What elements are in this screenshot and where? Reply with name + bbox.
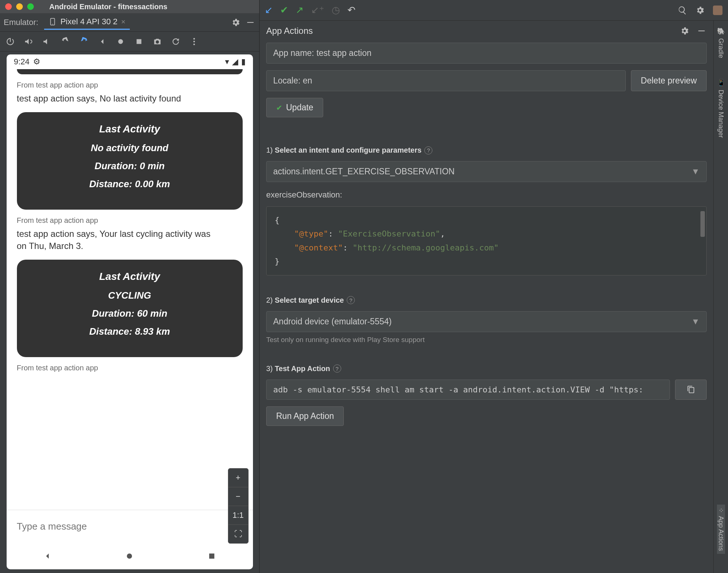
card-title: Last Activity bbox=[26, 123, 234, 135]
help-icon[interactable]: ? bbox=[424, 146, 432, 154]
ide-right-sidebar: 🐘 Gradle 📱 Device Manager ⁘ App Actions bbox=[713, 21, 728, 573]
run-app-action-button[interactable]: Run App Action bbox=[266, 406, 344, 426]
maximize-window-icon[interactable] bbox=[27, 3, 34, 10]
copy-button[interactable] bbox=[675, 380, 707, 400]
svg-point-8 bbox=[127, 554, 132, 559]
card-line: Duration: 0 min bbox=[26, 160, 234, 172]
check-icon[interactable]: ✔ bbox=[280, 4, 288, 16]
json-editor[interactable]: { "@type": "ExerciseObservation", "@cont… bbox=[266, 206, 707, 275]
emulator-controls bbox=[0, 32, 259, 51]
undo-icon[interactable]: ↶ bbox=[347, 4, 356, 16]
zoom-controls: + − 1:1 ⛶ bbox=[228, 468, 249, 544]
avatar-icon[interactable] bbox=[713, 5, 723, 15]
minimize-panel-icon[interactable] bbox=[245, 17, 256, 28]
emulator-tabbar: Emulator: Pixel 4 API 30 2 × bbox=[0, 13, 259, 32]
copy-icon bbox=[687, 385, 695, 394]
close-tab-icon[interactable]: × bbox=[121, 18, 125, 26]
assistant-dots-icon: ⁘ bbox=[717, 508, 725, 513]
nav-home-icon[interactable] bbox=[124, 551, 135, 561]
locale-field[interactable]: Locale: en bbox=[266, 70, 626, 91]
svg-point-7 bbox=[193, 43, 195, 45]
svg-point-6 bbox=[193, 40, 195, 42]
rotate-right-icon[interactable] bbox=[79, 36, 89, 47]
emulator-window: Android Emulator - fitnessactions Emulat… bbox=[0, 0, 260, 573]
rotate-left-icon[interactable] bbox=[60, 36, 71, 47]
card-line: CYCLING bbox=[26, 290, 234, 301]
sidebar-tab-gradle[interactable]: 🐘 Gradle bbox=[717, 24, 725, 61]
zoom-in-button[interactable]: + bbox=[228, 469, 248, 487]
gradle-icon: 🐘 bbox=[717, 27, 725, 35]
record-icon[interactable] bbox=[115, 36, 126, 47]
battery-icon: ▮ bbox=[241, 57, 246, 67]
volume-up-icon[interactable] bbox=[24, 36, 34, 47]
zoom-1to1-button[interactable]: 1:1 bbox=[228, 506, 248, 525]
update-button[interactable]: ✔Update bbox=[266, 98, 323, 117]
history-icon[interactable]: ◷ bbox=[332, 4, 340, 16]
panel-settings-icon[interactable] bbox=[679, 26, 690, 36]
svg-rect-2 bbox=[247, 22, 253, 22]
assistant-feed: From test app action app test app action… bbox=[7, 69, 253, 510]
zoom-fit-button[interactable]: ⛶ bbox=[228, 525, 248, 543]
close-window-icon[interactable] bbox=[5, 3, 12, 10]
more-icon[interactable] bbox=[189, 36, 199, 47]
emulator-label: Emulator: bbox=[4, 18, 38, 27]
camera-icon[interactable] bbox=[152, 36, 163, 47]
assistant-input[interactable] bbox=[17, 521, 243, 532]
intent-select[interactable]: actions.intent.GET_EXERCISE_OBSERVATION … bbox=[266, 161, 707, 182]
card-line: Distance: 8.93 km bbox=[26, 326, 234, 337]
ide-panel: ↙ ✔ ↗ ↙⁺ ◷ ↶ App Actions App name: tes bbox=[260, 0, 728, 573]
help-icon[interactable]: ? bbox=[333, 364, 341, 373]
svg-rect-4 bbox=[137, 39, 142, 44]
app-actions-panel: App Actions App name: test app action Lo… bbox=[260, 21, 713, 573]
search-icon[interactable] bbox=[677, 5, 688, 15]
stop-icon[interactable] bbox=[134, 36, 144, 47]
assistant-input-row bbox=[7, 510, 253, 543]
mac-titlebar: Android Emulator - fitnessactions bbox=[0, 0, 259, 13]
panel-minimize-icon[interactable] bbox=[696, 26, 707, 36]
volume-down-icon[interactable] bbox=[42, 36, 52, 47]
minimize-window-icon[interactable] bbox=[16, 3, 23, 10]
card-line: Distance: 0.00 km bbox=[26, 178, 234, 190]
power-icon[interactable] bbox=[5, 36, 15, 47]
device-select[interactable]: Android device (emulator-5554) ▼ bbox=[266, 311, 707, 332]
svg-rect-10 bbox=[713, 6, 722, 15]
settings-icon[interactable] bbox=[231, 17, 241, 28]
from-label: From test app action app bbox=[17, 81, 243, 89]
from-label: From test app action app bbox=[17, 364, 243, 372]
chevron-down-icon: ▼ bbox=[691, 167, 700, 177]
activity-card[interactable]: Last Activity CYCLING Duration: 60 min D… bbox=[17, 260, 243, 357]
help-icon[interactable]: ? bbox=[347, 296, 355, 304]
device-hint: Test only on running device with Play St… bbox=[266, 336, 707, 344]
zoom-out-button[interactable]: − bbox=[228, 487, 248, 506]
device-value: Android device (emulator-5554) bbox=[273, 317, 392, 327]
phone-icon bbox=[49, 18, 57, 26]
arrow-merge-icon[interactable]: ↙⁺ bbox=[311, 4, 324, 16]
back-icon[interactable] bbox=[97, 36, 107, 47]
settings-icon[interactable] bbox=[695, 5, 705, 15]
svg-point-1 bbox=[52, 24, 53, 25]
card-title: Last Activity bbox=[26, 271, 234, 282]
delete-preview-button[interactable]: Delete preview bbox=[631, 70, 707, 91]
signal-icon: ◢ bbox=[232, 57, 238, 67]
arrow-up-right-icon[interactable]: ↗ bbox=[296, 4, 304, 16]
card-line: No activity found bbox=[26, 142, 234, 154]
assistant-text: test app action says, No last activity f… bbox=[17, 92, 243, 105]
chevron-down-icon: ▼ bbox=[691, 317, 700, 327]
assistant-text: test app action says, Your last cycling … bbox=[17, 228, 215, 252]
intent-value: actions.intent.GET_EXERCISE_OBSERVATION bbox=[273, 167, 454, 177]
devices-icon: 📱 bbox=[717, 79, 725, 87]
scrollbar-thumb[interactable] bbox=[700, 211, 705, 237]
device-screen: 9:24 ⚙ ▾ ◢ ▮ From test app action app te… bbox=[7, 54, 253, 569]
reload-icon[interactable] bbox=[171, 36, 181, 47]
app-name-field[interactable]: App name: test app action bbox=[266, 43, 707, 64]
nav-back-icon[interactable] bbox=[42, 551, 53, 561]
svg-rect-9 bbox=[209, 554, 214, 559]
sidebar-tab-device-manager[interactable]: 📱 Device Manager bbox=[717, 76, 725, 141]
activity-card[interactable]: Last Activity No activity found Duration… bbox=[17, 112, 243, 210]
emulator-tab[interactable]: Pixel 4 API 30 2 × bbox=[44, 15, 130, 30]
nav-recent-icon[interactable] bbox=[207, 551, 217, 561]
sidebar-tab-app-actions[interactable]: ⁘ App Actions bbox=[717, 505, 725, 554]
ide-toolbar: ↙ ✔ ↗ ↙⁺ ◷ ↶ bbox=[260, 0, 728, 21]
arrow-down-left-icon[interactable]: ↙ bbox=[265, 4, 273, 16]
adb-command-field[interactable]: adb -s emulator-5554 shell am start -a a… bbox=[266, 380, 670, 400]
